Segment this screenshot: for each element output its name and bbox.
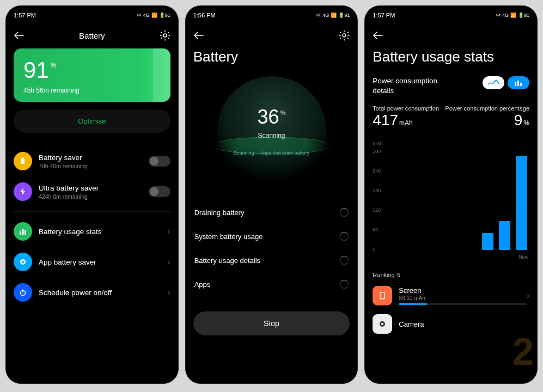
chevron-right-icon: › — [167, 287, 170, 297]
app-saver-row[interactable]: App battery saver › — [14, 247, 170, 277]
status-bar: 1:57 PM ✉ 4G 📶 🔋91 — [373, 10, 529, 20]
settings-button[interactable] — [339, 30, 350, 41]
time-remaining: 45h 56m remaining — [23, 87, 161, 94]
total-value: 417 — [373, 112, 398, 128]
usage-details-label: Battery usage details — [194, 256, 260, 265]
signal-icon: 📶 — [151, 13, 157, 18]
draining-label: Draining battery — [194, 209, 245, 217]
chart-bar — [482, 233, 493, 250]
y-unit: mAh — [373, 141, 383, 146]
msg-icon: ✉ — [496, 13, 501, 18]
optimise-button[interactable]: Optimise — [14, 109, 170, 133]
battery-saver-row[interactable]: Battery saver 70h 40m remaining — [14, 146, 170, 176]
draining-item[interactable]: Draining battery — [193, 200, 350, 224]
page-title: Battery — [193, 48, 350, 65]
app-usage-bar — [399, 303, 526, 305]
pct-unit: % — [523, 119, 529, 127]
battery-icon: 🔋91 — [338, 13, 350, 18]
status-icons: ✉ 4G 📶 🔋91 — [496, 13, 529, 18]
page-title: Battery — [79, 31, 105, 40]
ytick: 120 — [373, 207, 381, 213]
stop-button[interactable]: Stop — [193, 311, 350, 335]
battery-settings-screen: 1:57 PM ✉ 4G 📶 🔋91 Battery 91 % 45h 56m … — [5, 5, 179, 384]
svg-rect-5 — [25, 230, 26, 235]
system-usage-item[interactable]: System battery usage — [193, 224, 350, 248]
stats-icon — [14, 222, 32, 241]
screen-app-icon — [373, 286, 392, 305]
bar-view-button[interactable] — [508, 76, 529, 89]
battery-scan-screen: 1:56 PM ✉ 4G 📶 🔋91 Battery 36 % — [185, 5, 358, 384]
percent-sign: % — [51, 62, 57, 69]
ranking-header[interactable]: Ranking⇅ — [373, 272, 529, 278]
battery-saver-toggle[interactable] — [149, 156, 170, 167]
chart-bar — [499, 221, 510, 250]
svg-rect-3 — [20, 231, 21, 235]
battery-icon: 🔋91 — [518, 13, 529, 18]
spinner-icon — [340, 280, 349, 289]
ytick: 60 — [373, 227, 378, 232]
svg-point-7 — [22, 261, 24, 263]
line-view-button[interactable] — [483, 76, 504, 89]
schedule-row[interactable]: Schedule power on/off › — [14, 277, 170, 308]
total-label: Total power consumption — [373, 105, 439, 112]
ytick: 300 — [373, 149, 381, 154]
scan-sub: Scanning… Apps that drain battery — [234, 150, 309, 156]
svg-rect-11 — [515, 82, 516, 86]
app-row-screen[interactable]: Screen 88.10 mAh › — [373, 281, 529, 310]
ytick: 180 — [373, 188, 381, 193]
back-button[interactable] — [14, 32, 25, 39]
app-row-camera[interactable]: Camera — [373, 310, 529, 338]
app-sub: 88.10 mAh — [399, 295, 526, 301]
svg-point-16 — [381, 323, 383, 325]
battery-saver-sub: 70h 40m remaining — [39, 163, 149, 169]
signal-icon: 📶 — [510, 13, 516, 18]
msg-icon: ✉ — [316, 13, 321, 18]
ultra-saver-row[interactable]: Ultra battery saver 424h 0m remaining — [14, 176, 170, 207]
back-button[interactable] — [193, 32, 204, 39]
svg-point-10 — [343, 34, 346, 37]
network-icon: 4G — [502, 13, 509, 18]
pcd-label: Power consumption details — [373, 76, 454, 95]
usage-stats-row[interactable]: Battery usage stats › — [14, 216, 170, 247]
svg-point-0 — [163, 34, 167, 37]
app-saver-label: App battery saver — [39, 258, 167, 266]
schedule-label: Schedule power on/off — [39, 289, 167, 297]
consumption-chart[interactable]: mAh 300 240 180 120 60 0 Now — [373, 141, 529, 261]
ultra-saver-toggle[interactable] — [149, 186, 170, 197]
network-icon: 4G — [322, 13, 329, 18]
percent-sign: % — [280, 109, 286, 116]
camera-app-icon — [373, 314, 392, 334]
chevron-right-icon: › — [167, 257, 170, 267]
pct-value: 9 — [514, 112, 523, 128]
usage-details-item[interactable]: Battery usage details — [193, 248, 350, 272]
total-unit: mAh — [399, 119, 413, 127]
status-bar: 1:57 PM ✉ 4G 📶 🔋91 — [14, 10, 170, 20]
svg-rect-13 — [520, 83, 522, 86]
ytick: 240 — [373, 168, 381, 174]
battery-saver-label: Battery saver — [39, 154, 149, 162]
status-icons: ✉ 4G 📶 🔋91 — [137, 13, 170, 18]
scan-label: Scanning — [258, 132, 285, 139]
battery-saver-icon — [14, 152, 32, 170]
ultra-saver-icon — [14, 182, 32, 201]
clock: 1:56 PM — [193, 12, 216, 19]
view-toggle — [483, 76, 529, 89]
ultra-saver-sub: 424h 0m remaining — [39, 193, 149, 200]
ranking-label: Ranking — [373, 272, 394, 278]
network-icon: 4G — [143, 13, 150, 18]
ytick: 0 — [373, 247, 375, 252]
spinner-icon — [340, 208, 349, 217]
svg-rect-4 — [22, 229, 24, 235]
battery-level-card[interactable]: 91 % 45h 56m remaining — [14, 48, 170, 102]
chart-bar — [516, 156, 527, 250]
battery-icon: 🔋91 — [159, 13, 170, 18]
pct-label: Power consumption percentage — [445, 105, 529, 112]
signal-icon: 📶 — [331, 13, 337, 18]
sort-icon: ⇅ — [396, 273, 401, 278]
back-button[interactable] — [373, 32, 383, 39]
clock: 1:57 PM — [373, 12, 395, 19]
settings-button[interactable] — [160, 30, 170, 41]
apps-item[interactable]: Apps — [193, 272, 350, 296]
usage-stats-label: Battery usage stats — [39, 228, 167, 236]
ultra-saver-label: Ultra battery saver — [39, 184, 149, 192]
